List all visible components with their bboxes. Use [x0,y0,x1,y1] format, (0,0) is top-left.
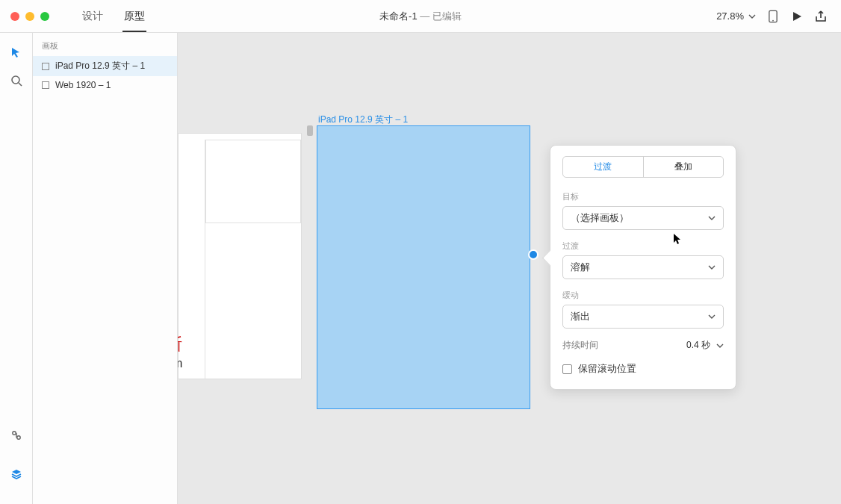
duration-select[interactable]: 0.4 秒 [686,339,724,352]
preserve-scroll-checkbox[interactable] [562,364,572,374]
layer-item-label: Web 1920 – 1 [55,80,111,90]
chevron-down-icon [708,264,716,271]
minimize-window-button[interactable] [25,12,34,21]
preserve-scroll-row[interactable]: 保留滚动位置 [562,362,724,376]
search-tool[interactable] [7,72,25,90]
window-controls [0,12,49,21]
chevron-down-icon [708,313,716,320]
transition-select[interactable]: 溶解 [562,255,724,279]
layer-item-label: iPad Pro 12.9 英寸 – 1 [55,60,145,72]
artboard-tab-handle[interactable] [307,125,313,136]
easing-label: 缓动 [562,290,724,301]
watermark: 拉普拉斯 lapulace.com [178,333,184,370]
artboard-selected[interactable] [317,125,530,409]
document-state-sep: — [418,10,432,22]
plugins-button[interactable] [7,426,25,444]
svg-point-2 [12,76,19,84]
maximize-window-button[interactable] [40,12,49,21]
layer-item[interactable]: iPad Pro 12.9 英寸 – 1 [33,56,177,76]
svg-point-1 [772,19,774,21]
artboard-icon [42,81,49,89]
svg-line-3 [19,83,22,86]
zoom-value: 27.8% [716,10,744,22]
canvas[interactable]: iPad Pro 12.9 英寸 – 1 拉普拉斯 lapulace.com 过… [178,33,841,504]
titlebar: 设计 原型 未命名-1 — 已编辑 27.8% [0,0,841,33]
select-tool[interactable] [7,43,25,61]
svg-point-5 [16,436,19,439]
device-preview-button[interactable] [766,10,780,23]
prototype-connector-handle[interactable] [528,249,539,260]
toolbar-right: 27.8% [716,10,841,23]
seg-overlay[interactable]: 叠加 [643,157,724,177]
layers-section-title: 画板 [33,33,177,56]
preserve-scroll-label: 保留滚动位置 [578,362,636,376]
layers-panel: 画板 iPad Pro 12.9 英寸 – 1 Web 1920 – 1 [33,33,178,504]
artboard-icon [42,63,49,70]
chevron-down-icon [716,342,724,349]
easing-select[interactable]: 渐出 [562,305,724,329]
target-label: 目标 [562,191,724,202]
svg-point-4 [12,432,15,435]
easing-value: 渐出 [571,310,590,323]
artboard-label[interactable]: iPad Pro 12.9 英寸 – 1 [318,113,408,126]
interaction-popover: 过渡 叠加 目标 （选择画板） 过渡 溶解 缓动 渐出 持续时间 0.4 秒 [550,145,736,390]
seg-transition[interactable]: 过渡 [563,157,643,177]
mode-tabs: 设计 原型 [72,0,155,32]
action-segmented: 过渡 叠加 [562,156,724,178]
layers-button[interactable] [7,465,25,483]
document-name: 未命名-1 [379,10,418,22]
target-value: （选择画板） [571,211,629,225]
zoom-dropdown[interactable]: 27.8% [716,10,756,22]
tab-design[interactable]: 设计 [72,0,114,32]
left-toolbar [0,33,33,504]
tab-prototype[interactable]: 原型 [114,0,155,32]
share-button[interactable] [814,10,828,23]
document-title: 未命名-1 — 已编辑 [379,10,462,23]
artboard-web[interactable] [178,133,302,379]
watermark-url: lapulace.com [178,357,184,370]
watermark-text: 拉普拉斯 [178,333,184,355]
duration-row: 持续时间 0.4 秒 [562,339,724,352]
layer-item[interactable]: Web 1920 – 1 [33,76,177,94]
chevron-down-icon [708,214,716,222]
duration-label: 持续时间 [562,339,598,352]
play-button[interactable] [790,10,804,23]
chevron-down-icon [748,13,756,20]
target-select[interactable]: （选择画板） [562,206,724,230]
close-window-button[interactable] [10,12,19,21]
duration-value: 0.4 秒 [686,339,710,352]
document-state: 已编辑 [432,10,462,22]
transition-value: 溶解 [571,261,590,274]
transition-label: 过渡 [562,240,724,252]
